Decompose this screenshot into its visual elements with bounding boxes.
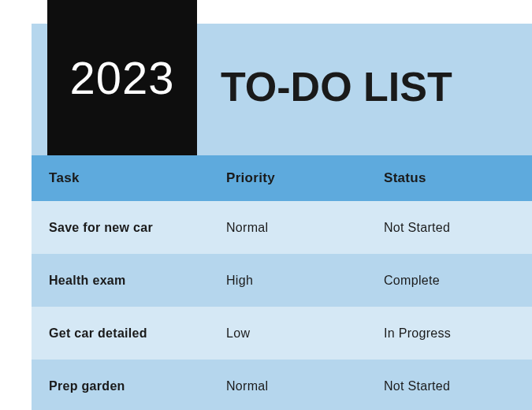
- task-priority: Low: [209, 326, 366, 341]
- document-container: 2023 TO-DO LIST Task Priority Status Sav…: [0, 0, 532, 410]
- page-title: TO-DO LIST: [221, 63, 452, 110]
- table-row: Prep garden Normal Not Started: [32, 360, 532, 410]
- task-priority: Normal: [209, 221, 366, 235]
- task-status: Not Started: [366, 221, 532, 235]
- task-status: Not Started: [366, 379, 532, 393]
- task-name: Health exam: [32, 274, 209, 288]
- table-header-row: Task Priority Status: [32, 155, 532, 201]
- column-header-task: Task: [32, 170, 209, 186]
- table-row: Health exam High Complete: [32, 254, 532, 307]
- column-header-status: Status: [366, 170, 532, 186]
- table-row: Save for new car Normal Not Started: [32, 201, 532, 254]
- task-status: In Progress: [366, 326, 532, 341]
- task-name: Save for new car: [32, 221, 209, 235]
- task-name: Prep garden: [32, 379, 209, 393]
- task-name: Get car detailed: [32, 326, 209, 341]
- year-box: 2023: [47, 0, 197, 155]
- column-header-priority: Priority: [209, 170, 366, 186]
- task-status: Complete: [366, 274, 532, 288]
- task-priority: Normal: [209, 379, 366, 393]
- task-priority: High: [209, 274, 366, 288]
- year-label: 2023: [69, 51, 174, 104]
- todo-table: Task Priority Status Save for new car No…: [32, 155, 532, 410]
- table-row: Get car detailed Low In Progress: [32, 307, 532, 360]
